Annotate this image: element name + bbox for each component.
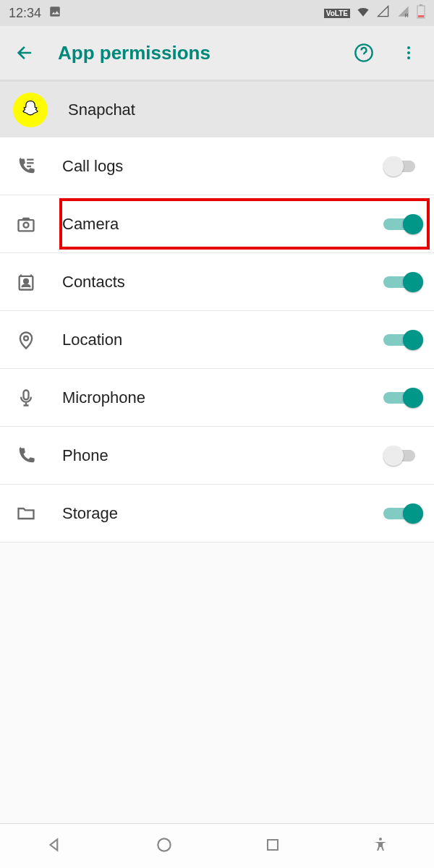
permission-label: Storage bbox=[62, 504, 360, 523]
battery-icon bbox=[417, 4, 425, 22]
signal-icon bbox=[376, 4, 391, 22]
svg-point-6 bbox=[407, 46, 410, 49]
volte-badge: VoLTE bbox=[324, 9, 350, 18]
svg-point-7 bbox=[407, 51, 410, 54]
permission-list: Call logs Camera Contacts Location Micro… bbox=[0, 137, 434, 542]
svg-rect-19 bbox=[268, 840, 278, 850]
svg-rect-12 bbox=[19, 220, 34, 231]
camera-icon bbox=[13, 214, 39, 234]
signal-roaming-icon: R bbox=[396, 4, 411, 22]
nav-accessibility-button[interactable] bbox=[372, 836, 389, 856]
permission-row-contacts[interactable]: Contacts bbox=[0, 253, 434, 311]
status-right: VoLTE R bbox=[324, 4, 425, 22]
snapchat-logo-icon bbox=[13, 93, 48, 127]
contacts-icon bbox=[13, 272, 39, 292]
page-title: App permissions bbox=[58, 42, 210, 64]
app-name: Snapchat bbox=[68, 101, 135, 119]
svg-point-13 bbox=[24, 222, 29, 227]
permission-label: Location bbox=[62, 331, 360, 349]
permission-row-camera[interactable]: Camera bbox=[0, 195, 434, 253]
permission-row-storage[interactable]: Storage bbox=[0, 485, 434, 542]
permission-label: Microphone bbox=[62, 388, 360, 407]
picture-icon bbox=[48, 5, 61, 22]
nav-home-button[interactable] bbox=[155, 835, 174, 857]
svg-point-16 bbox=[24, 336, 28, 340]
svg-rect-10 bbox=[27, 162, 33, 163]
wifi-icon bbox=[356, 4, 370, 22]
permission-row-phone[interactable]: Phone bbox=[0, 427, 434, 485]
permission-toggle-microphone[interactable] bbox=[383, 387, 421, 409]
status-time: 12:34 bbox=[9, 6, 41, 21]
permission-label: Contacts bbox=[62, 273, 360, 292]
permission-toggle-contacts[interactable] bbox=[383, 271, 421, 293]
permission-row-call-logs[interactable]: Call logs bbox=[0, 137, 434, 195]
permission-row-location[interactable]: Location bbox=[0, 311, 434, 369]
microphone-icon bbox=[13, 388, 39, 408]
permission-toggle-phone[interactable] bbox=[383, 445, 421, 467]
status-bar: 12:34 VoLTE R bbox=[0, 0, 434, 26]
svg-rect-17 bbox=[24, 390, 29, 399]
svg-rect-4 bbox=[418, 15, 424, 17]
storage-icon bbox=[13, 503, 39, 524]
svg-rect-3 bbox=[420, 4, 422, 6]
location-icon bbox=[13, 330, 39, 350]
svg-point-15 bbox=[24, 278, 28, 283]
system-nav-bar bbox=[0, 823, 434, 868]
svg-text:R: R bbox=[405, 13, 409, 18]
permission-toggle-location[interactable] bbox=[383, 329, 421, 351]
help-button[interactable] bbox=[352, 41, 376, 65]
permission-toggle-camera[interactable] bbox=[383, 213, 421, 235]
app-header: Snapchat bbox=[0, 80, 434, 137]
permission-label: Call logs bbox=[62, 157, 360, 176]
svg-rect-11 bbox=[27, 165, 31, 166]
permission-row-microphone[interactable]: Microphone bbox=[0, 369, 434, 427]
svg-rect-0 bbox=[50, 7, 60, 17]
back-button[interactable] bbox=[13, 41, 38, 65]
nav-back-button[interactable] bbox=[46, 835, 64, 857]
nav-recents-button[interactable] bbox=[264, 836, 281, 856]
svg-rect-9 bbox=[27, 158, 33, 160]
permission-toggle-call-logs[interactable] bbox=[383, 156, 421, 177]
permission-label: Phone bbox=[62, 446, 360, 465]
svg-point-8 bbox=[407, 56, 410, 59]
phone-icon bbox=[13, 446, 39, 466]
app-bar: App permissions bbox=[0, 26, 434, 80]
svg-point-20 bbox=[379, 838, 382, 841]
svg-point-18 bbox=[158, 838, 170, 851]
call-logs-icon bbox=[13, 156, 39, 176]
overflow-menu-button[interactable] bbox=[396, 41, 421, 65]
permission-toggle-storage[interactable] bbox=[383, 503, 421, 524]
permission-label: Camera bbox=[62, 215, 360, 234]
